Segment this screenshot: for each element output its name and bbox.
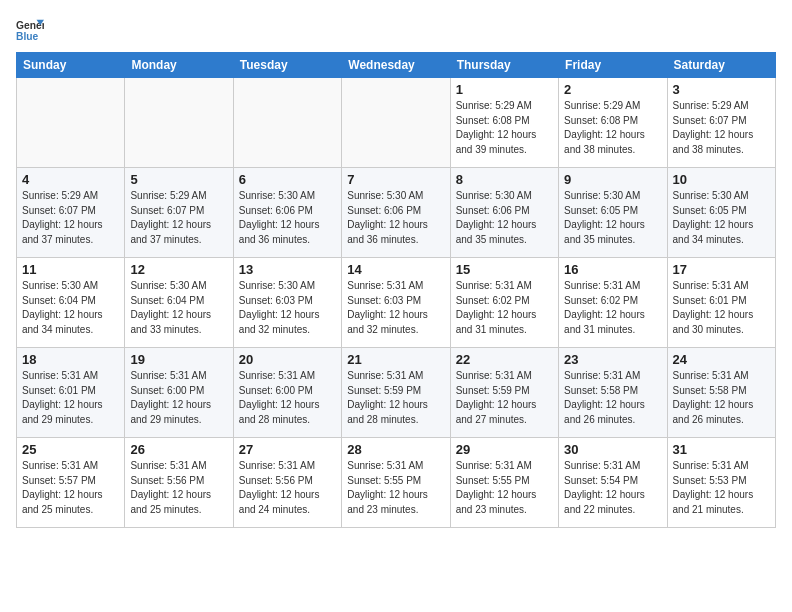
calendar-cell: 25Sunrise: 5:31 AM Sunset: 5:57 PM Dayli… (17, 438, 125, 528)
calendar-cell (125, 78, 233, 168)
day-info: Sunrise: 5:30 AM Sunset: 6:06 PM Dayligh… (239, 189, 336, 247)
calendar-header: SundayMondayTuesdayWednesdayThursdayFrid… (17, 53, 776, 78)
day-info: Sunrise: 5:30 AM Sunset: 6:05 PM Dayligh… (564, 189, 661, 247)
calendar-cell: 29Sunrise: 5:31 AM Sunset: 5:55 PM Dayli… (450, 438, 558, 528)
day-number: 28 (347, 442, 444, 457)
calendar-week-row: 18Sunrise: 5:31 AM Sunset: 6:01 PM Dayli… (17, 348, 776, 438)
day-info: Sunrise: 5:31 AM Sunset: 5:57 PM Dayligh… (22, 459, 119, 517)
day-info: Sunrise: 5:31 AM Sunset: 5:53 PM Dayligh… (673, 459, 770, 517)
calendar-week-row: 1Sunrise: 5:29 AM Sunset: 6:08 PM Daylig… (17, 78, 776, 168)
day-number: 16 (564, 262, 661, 277)
calendar-cell: 30Sunrise: 5:31 AM Sunset: 5:54 PM Dayli… (559, 438, 667, 528)
svg-text:Blue: Blue (16, 31, 39, 42)
calendar-cell: 16Sunrise: 5:31 AM Sunset: 6:02 PM Dayli… (559, 258, 667, 348)
day-number: 13 (239, 262, 336, 277)
day-number: 17 (673, 262, 770, 277)
weekday-header-friday: Friday (559, 53, 667, 78)
calendar-cell: 23Sunrise: 5:31 AM Sunset: 5:58 PM Dayli… (559, 348, 667, 438)
weekday-header-tuesday: Tuesday (233, 53, 341, 78)
day-info: Sunrise: 5:30 AM Sunset: 6:05 PM Dayligh… (673, 189, 770, 247)
day-info: Sunrise: 5:31 AM Sunset: 5:54 PM Dayligh… (564, 459, 661, 517)
day-number: 24 (673, 352, 770, 367)
day-number: 12 (130, 262, 227, 277)
calendar-cell: 18Sunrise: 5:31 AM Sunset: 6:01 PM Dayli… (17, 348, 125, 438)
day-info: Sunrise: 5:30 AM Sunset: 6:03 PM Dayligh… (239, 279, 336, 337)
calendar-cell: 22Sunrise: 5:31 AM Sunset: 5:59 PM Dayli… (450, 348, 558, 438)
day-number: 25 (22, 442, 119, 457)
day-info: Sunrise: 5:29 AM Sunset: 6:08 PM Dayligh… (564, 99, 661, 157)
day-number: 31 (673, 442, 770, 457)
calendar-cell: 27Sunrise: 5:31 AM Sunset: 5:56 PM Dayli… (233, 438, 341, 528)
calendar-body: 1Sunrise: 5:29 AM Sunset: 6:08 PM Daylig… (17, 78, 776, 528)
calendar-cell: 3Sunrise: 5:29 AM Sunset: 6:07 PM Daylig… (667, 78, 775, 168)
day-info: Sunrise: 5:31 AM Sunset: 5:59 PM Dayligh… (347, 369, 444, 427)
calendar-cell: 26Sunrise: 5:31 AM Sunset: 5:56 PM Dayli… (125, 438, 233, 528)
day-number: 14 (347, 262, 444, 277)
day-info: Sunrise: 5:31 AM Sunset: 6:00 PM Dayligh… (130, 369, 227, 427)
day-number: 18 (22, 352, 119, 367)
day-number: 8 (456, 172, 553, 187)
day-number: 20 (239, 352, 336, 367)
day-info: Sunrise: 5:29 AM Sunset: 6:08 PM Dayligh… (456, 99, 553, 157)
calendar-cell: 10Sunrise: 5:30 AM Sunset: 6:05 PM Dayli… (667, 168, 775, 258)
calendar-cell: 14Sunrise: 5:31 AM Sunset: 6:03 PM Dayli… (342, 258, 450, 348)
day-info: Sunrise: 5:29 AM Sunset: 6:07 PM Dayligh… (22, 189, 119, 247)
day-info: Sunrise: 5:31 AM Sunset: 5:58 PM Dayligh… (564, 369, 661, 427)
calendar-cell: 2Sunrise: 5:29 AM Sunset: 6:08 PM Daylig… (559, 78, 667, 168)
calendar-cell: 28Sunrise: 5:31 AM Sunset: 5:55 PM Dayli… (342, 438, 450, 528)
calendar-cell: 5Sunrise: 5:29 AM Sunset: 6:07 PM Daylig… (125, 168, 233, 258)
weekday-header-sunday: Sunday (17, 53, 125, 78)
calendar-cell: 24Sunrise: 5:31 AM Sunset: 5:58 PM Dayli… (667, 348, 775, 438)
calendar-cell: 9Sunrise: 5:30 AM Sunset: 6:05 PM Daylig… (559, 168, 667, 258)
logo-icon: General Blue (16, 16, 44, 44)
calendar-cell: 4Sunrise: 5:29 AM Sunset: 6:07 PM Daylig… (17, 168, 125, 258)
calendar-cell: 6Sunrise: 5:30 AM Sunset: 6:06 PM Daylig… (233, 168, 341, 258)
day-number: 9 (564, 172, 661, 187)
calendar-cell: 19Sunrise: 5:31 AM Sunset: 6:00 PM Dayli… (125, 348, 233, 438)
calendar-week-row: 25Sunrise: 5:31 AM Sunset: 5:57 PM Dayli… (17, 438, 776, 528)
day-info: Sunrise: 5:29 AM Sunset: 6:07 PM Dayligh… (673, 99, 770, 157)
day-number: 29 (456, 442, 553, 457)
calendar-cell: 13Sunrise: 5:30 AM Sunset: 6:03 PM Dayli… (233, 258, 341, 348)
day-number: 10 (673, 172, 770, 187)
calendar-cell (17, 78, 125, 168)
day-number: 26 (130, 442, 227, 457)
weekday-header-wednesday: Wednesday (342, 53, 450, 78)
day-number: 3 (673, 82, 770, 97)
day-number: 2 (564, 82, 661, 97)
page-header: General Blue (16, 16, 776, 44)
day-info: Sunrise: 5:31 AM Sunset: 6:02 PM Dayligh… (564, 279, 661, 337)
day-number: 4 (22, 172, 119, 187)
calendar-cell (342, 78, 450, 168)
day-info: Sunrise: 5:30 AM Sunset: 6:04 PM Dayligh… (130, 279, 227, 337)
day-number: 7 (347, 172, 444, 187)
calendar-week-row: 4Sunrise: 5:29 AM Sunset: 6:07 PM Daylig… (17, 168, 776, 258)
day-number: 30 (564, 442, 661, 457)
day-info: Sunrise: 5:31 AM Sunset: 5:55 PM Dayligh… (456, 459, 553, 517)
calendar-cell: 17Sunrise: 5:31 AM Sunset: 6:01 PM Dayli… (667, 258, 775, 348)
calendar-cell: 7Sunrise: 5:30 AM Sunset: 6:06 PM Daylig… (342, 168, 450, 258)
calendar-cell: 15Sunrise: 5:31 AM Sunset: 6:02 PM Dayli… (450, 258, 558, 348)
calendar-cell (233, 78, 341, 168)
day-number: 27 (239, 442, 336, 457)
day-number: 1 (456, 82, 553, 97)
calendar-cell: 11Sunrise: 5:30 AM Sunset: 6:04 PM Dayli… (17, 258, 125, 348)
day-info: Sunrise: 5:31 AM Sunset: 5:59 PM Dayligh… (456, 369, 553, 427)
calendar-cell: 8Sunrise: 5:30 AM Sunset: 6:06 PM Daylig… (450, 168, 558, 258)
calendar-cell: 20Sunrise: 5:31 AM Sunset: 6:00 PM Dayli… (233, 348, 341, 438)
day-number: 23 (564, 352, 661, 367)
day-info: Sunrise: 5:31 AM Sunset: 5:55 PM Dayligh… (347, 459, 444, 517)
day-number: 5 (130, 172, 227, 187)
weekday-header-thursday: Thursday (450, 53, 558, 78)
day-info: Sunrise: 5:31 AM Sunset: 5:56 PM Dayligh… (130, 459, 227, 517)
day-info: Sunrise: 5:30 AM Sunset: 6:06 PM Dayligh… (347, 189, 444, 247)
day-info: Sunrise: 5:30 AM Sunset: 6:06 PM Dayligh… (456, 189, 553, 247)
day-info: Sunrise: 5:31 AM Sunset: 6:01 PM Dayligh… (22, 369, 119, 427)
day-info: Sunrise: 5:29 AM Sunset: 6:07 PM Dayligh… (130, 189, 227, 247)
logo: General Blue (16, 16, 44, 44)
day-info: Sunrise: 5:30 AM Sunset: 6:04 PM Dayligh… (22, 279, 119, 337)
weekday-header-monday: Monday (125, 53, 233, 78)
day-number: 15 (456, 262, 553, 277)
weekday-header-row: SundayMondayTuesdayWednesdayThursdayFrid… (17, 53, 776, 78)
calendar-cell: 1Sunrise: 5:29 AM Sunset: 6:08 PM Daylig… (450, 78, 558, 168)
